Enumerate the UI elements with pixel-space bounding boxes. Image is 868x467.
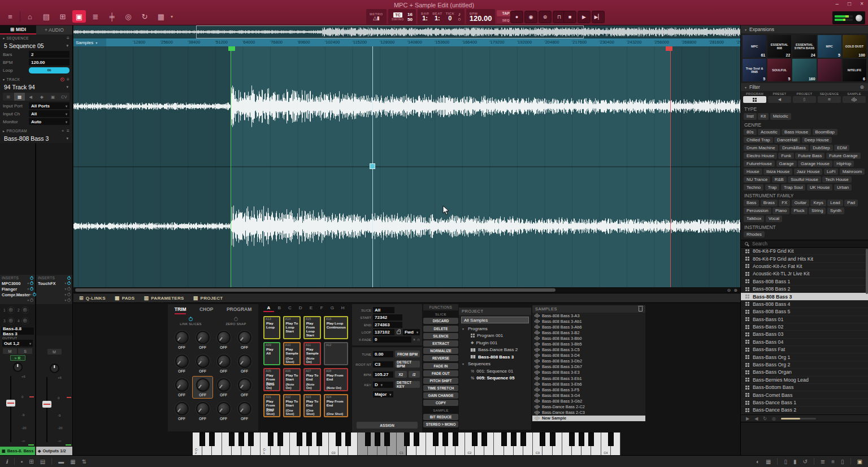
trim-knob-cell[interactable]: OFF (234, 328, 255, 351)
power-icon[interactable] (30, 282, 33, 285)
program-editor-icon[interactable]: ⊞ (56, 10, 70, 23)
program-menu-icon[interactable]: ≡ (67, 128, 70, 133)
sample-item[interactable]: Bass-808 Bass 3-Db2 (532, 358, 645, 364)
power-icon[interactable] (67, 282, 71, 285)
black-key[interactable] (472, 433, 478, 446)
close-button[interactable]: × (860, 1, 863, 7)
pan-knob[interactable] (50, 364, 59, 373)
browser-item[interactable]: Bass-Bass 02 (741, 323, 868, 331)
trim-knob-cell[interactable]: OFF (234, 352, 255, 375)
file-icon[interactable]: ▯ (784, 459, 787, 465)
black-key[interactable] (268, 433, 274, 446)
black-key[interactable] (277, 433, 283, 446)
tree-item[interactable]: %005: Sequence 05 (459, 375, 531, 382)
xfade-field[interactable]: 0 (373, 336, 411, 343)
trim-knob-cell[interactable]: OFF (234, 400, 255, 422)
power-icon[interactable] (67, 276, 71, 280)
pad-bank-A[interactable]: A (263, 304, 274, 312)
black-key[interactable] (501, 433, 507, 446)
expansion-tile[interactable]: ESSENTIAL SYNTH BASS24 (792, 35, 816, 58)
trim-knob-cell[interactable]: OFF (192, 352, 213, 375)
sample-item[interactable]: Bass-808 Bass 3-Gb2 (532, 398, 645, 404)
browser-item[interactable]: Bass-808 Bass 5 (741, 308, 868, 315)
trim-knob-cell[interactable]: OFF (192, 328, 213, 351)
pad-bank-C[interactable]: C (285, 304, 296, 312)
black-key[interactable] (229, 433, 235, 446)
pad-A08[interactable]: A08Play From End(Note On) (324, 368, 348, 391)
trim-knob-cell[interactable]: OFF (213, 328, 234, 351)
tune-field[interactable]: 0.00 (373, 351, 393, 357)
genre-chip[interactable]: LoFi (824, 168, 838, 175)
save-icon[interactable]: ▮ (793, 459, 797, 465)
fade-curve-icon[interactable]: ∩ (417, 338, 420, 341)
genre-chip[interactable]: Chilled Trap (744, 137, 773, 144)
black-key[interactable] (316, 433, 322, 446)
genre-chip[interactable]: Jazz House (794, 168, 823, 175)
power-icon[interactable] (67, 299, 71, 302)
tree-item[interactable]: ◆Plugin 001 (459, 339, 531, 347)
trim-knob-cell[interactable]: OFF (171, 376, 192, 399)
undo-history-icon[interactable]: ↺ (802, 459, 807, 465)
family-chip[interactable]: Brass (761, 200, 778, 206)
genre-chip[interactable]: Soulful House (788, 176, 821, 183)
type-chip[interactable]: Melodic (770, 113, 791, 120)
end-field[interactable]: 274363 (373, 322, 402, 328)
black-key[interactable] (453, 433, 458, 446)
end-marker-handle[interactable] (666, 46, 672, 51)
ruler-unit-selector[interactable]: Samples ▾ (73, 38, 106, 46)
midi-keys-icon[interactable]: ▬ (58, 459, 64, 465)
metronome-icon[interactable]: ◐ (756, 459, 760, 465)
fader-handle[interactable] (42, 401, 51, 408)
sample-item[interactable]: Bass-808 Bass 3-D4 (532, 353, 645, 358)
tab-midi[interactable]: ⊞ MIDI (0, 25, 36, 34)
knob-icon[interactable] (238, 378, 251, 392)
input-port-select[interactable]: All Ports▾ (29, 102, 70, 109)
tree-group[interactable]: ▾Programs (459, 325, 531, 332)
black-key[interactable] (297, 433, 302, 446)
step-sequencer-icon[interactable]: ≣ (89, 10, 102, 23)
delete-button[interactable]: DELETE (423, 326, 458, 332)
power-icon[interactable] (67, 287, 71, 291)
black-key[interactable] (238, 433, 244, 446)
trim-knob-cell[interactable]: OFF (171, 352, 192, 375)
family-chip[interactable]: Synth (827, 207, 844, 214)
power-icon[interactable] (30, 299, 33, 302)
power-icon[interactable] (30, 287, 33, 291)
sample-item[interactable]: Bass-808 Bass 3-Eb6 (532, 381, 645, 387)
info-icon[interactable]: i (6, 459, 8, 465)
genre-chip[interactable]: EDM (834, 145, 849, 152)
knob-icon[interactable] (238, 354, 251, 368)
scale-select[interactable]: Major▾ (373, 391, 393, 397)
trim-knob-cell[interactable]: OFF (213, 352, 234, 375)
knob-icon[interactable] (217, 331, 231, 344)
genre-chip[interactable]: DubStep (810, 145, 832, 152)
sample-item[interactable]: Bass-808 Bass 3-Ab1 (532, 318, 645, 324)
tab-add-audio[interactable]: + AUDIO (36, 25, 72, 34)
expansion-tile[interactable]: MPC61 (743, 35, 766, 58)
hscroll-handle[interactable] (75, 288, 555, 292)
channel-tab[interactable]: ◆Outputs 1/2 (36, 447, 72, 455)
insert-slot[interactable]: MPC3000▾ (2, 280, 33, 286)
volume-fader[interactable]: +60-9-20-∞ (0, 374, 35, 447)
bpm-x2-button[interactable]: X2 (395, 371, 407, 378)
mute-button[interactable]: M (3, 348, 17, 354)
pad-bank-E[interactable]: E (306, 304, 316, 312)
family-chip[interactable]: Bass (744, 200, 759, 206)
menu-icon[interactable]: ≡ (3, 10, 17, 23)
family-chip[interactable]: Talkbox (744, 215, 764, 222)
copy-button[interactable]: COPY (423, 400, 458, 406)
link-slices-toggle[interactable]: LINK SLICES (180, 317, 201, 326)
wave-icon[interactable] (843, 96, 866, 103)
genre-chip[interactable]: House (744, 168, 762, 175)
browser-item[interactable]: Bass-Bottom Bass (741, 384, 868, 391)
trim-knob-cell[interactable]: OFF (171, 328, 192, 351)
genre-chip[interactable]: Funk (778, 153, 793, 159)
discard-button[interactable]: DISCARD (423, 318, 458, 324)
qlink-knob[interactable]: 1 (3, 306, 18, 314)
knob-icon[interactable] (175, 354, 189, 368)
genre-chip[interactable]: Ibiza House (763, 168, 792, 175)
pad-A05[interactable]: A05Play From Start(Note On) (263, 368, 280, 391)
sample-item[interactable]: Bass-Dance Bass 2-C2 (532, 404, 645, 410)
family-chip[interactable]: FX (779, 200, 790, 206)
tab-parameters[interactable]: ▥PARAMETERS (144, 295, 184, 301)
